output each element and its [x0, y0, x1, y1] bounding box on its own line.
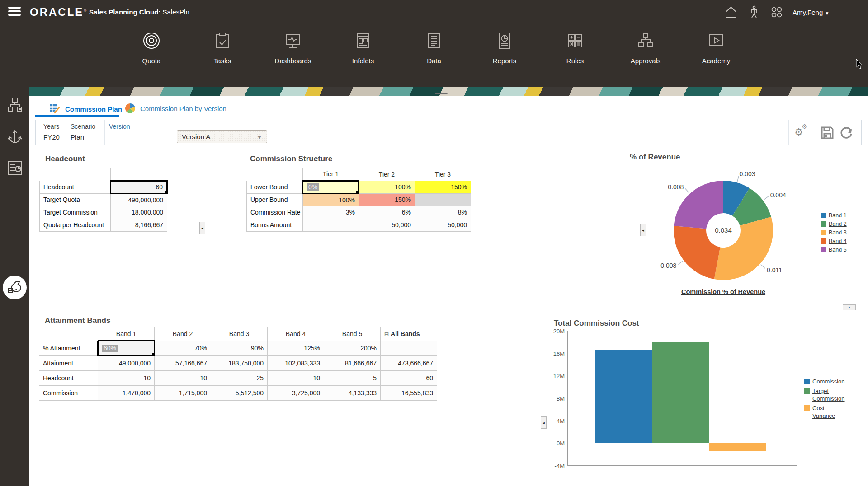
table-row: Upper Bound 100% 150% — [247, 193, 471, 206]
commission-pct-revenue-link[interactable]: Commission % of Revenue — [656, 288, 791, 295]
document-lines-icon — [424, 31, 444, 51]
table-row: Quota per Headcount8,166,667 — [40, 219, 167, 231]
svg-text:0.008: 0.008 — [668, 183, 684, 191]
commission-planning-active-icon[interactable] — [3, 276, 27, 299]
nav-item-dashboards[interactable]: Dashboards — [264, 31, 322, 65]
svg-text:0.011: 0.011 — [767, 266, 782, 274]
pie-chart-icon — [125, 103, 136, 114]
refresh-icon[interactable] — [840, 126, 853, 141]
user-menu[interactable]: Amy.Feng ▼ — [793, 9, 829, 16]
pct-revenue-donut-chart[interactable]: 0.0030.0040.0110.0080.0080.034 — [656, 165, 791, 296]
app-grid-icon[interactable] — [770, 5, 783, 19]
app-title: Sales Planning Cloud: SalesPln — [89, 8, 189, 16]
legend-swatch — [821, 221, 826, 227]
legend-item[interactable]: Target Commission — [804, 387, 845, 402]
pie-legend: Band 1 Band 2 Band 3 Band 4 Band 5 — [821, 212, 847, 255]
nav-item-infolets[interactable]: Infolets — [334, 31, 392, 65]
attainment-bands-title: Attainment Bands — [45, 316, 110, 325]
ytick-label: 4M — [557, 418, 565, 425]
legend-item[interactable]: Band 1 — [821, 212, 847, 219]
approvals-hierarchy-icon — [636, 31, 656, 51]
table-row: Headcount 10 10 25 10 5 60 — [39, 370, 437, 385]
academy-play-icon — [706, 31, 726, 51]
nav-item-data[interactable]: Data — [405, 31, 463, 65]
nav-item-academy[interactable]: Academy — [687, 31, 745, 65]
bar-legend: Commission Target Commission Cost Varian… — [804, 378, 845, 421]
ytick-label: -4M — [555, 463, 565, 469]
infolets-icon — [353, 31, 373, 51]
pov-years: Years FY20 — [36, 120, 66, 145]
selected-cell[interactable]: 0% — [303, 181, 359, 193]
legend-item[interactable]: Band 5 — [821, 247, 847, 253]
tab-commission-plan[interactable]: Commission Plan — [49, 103, 122, 115]
pov-years-value[interactable]: FY20 — [43, 133, 60, 141]
banner-collapse-handle[interactable] — [435, 93, 448, 94]
report-pie-icon — [495, 31, 514, 51]
form-pencil-icon — [49, 103, 61, 115]
bar-1[interactable] — [652, 342, 709, 444]
table-row: Commission 1,470,000 1,715,000 5,512,500… — [39, 385, 437, 400]
pct-revenue-title: % of Revenue — [630, 153, 680, 162]
branch-arrows-icon[interactable] — [6, 127, 24, 145]
commission-structure-title: Commission Structure — [250, 154, 332, 164]
legend-swatch — [821, 247, 826, 252]
nav-item-quota[interactable]: Quota — [122, 31, 181, 65]
org-chart-icon[interactable] — [6, 96, 24, 114]
target-icon — [142, 31, 161, 51]
total-commission-cost-bar-chart[interactable] — [567, 331, 797, 466]
attainment-bands-grid: Band 1 Band 2 Band 3 Band 4 Band 5 ⊟All … — [39, 327, 437, 401]
oracle-logo: ORACLE® — [30, 6, 88, 19]
save-icon[interactable] — [821, 126, 834, 141]
svg-text:0.004: 0.004 — [770, 192, 786, 199]
hamburger-menu-icon[interactable] — [8, 7, 21, 18]
bar-chart-ytick-labels: 20M16M12M8M4M0M-4M — [545, 331, 565, 467]
accessibility-icon[interactable] — [747, 5, 761, 19]
pov-bar: Years FY20 Scenario Plan Version Version… — [35, 120, 862, 145]
nav-item-tasks[interactable]: Tasks — [193, 31, 252, 65]
commission-structure-grid: Tier 1 Tier 2 Tier 3 Lower Bound 0% 100%… — [246, 168, 471, 232]
ytick-label: 0M — [557, 440, 565, 447]
form-report-icon[interactable] — [6, 159, 24, 177]
ytick-label: 20M — [553, 328, 565, 335]
ytick-label: 12M — [553, 373, 565, 379]
total-commission-cost-title: Total Commission Cost — [554, 319, 639, 328]
legend-swatch — [821, 213, 826, 218]
splitter-collapse-left-2[interactable]: ◂ — [640, 224, 646, 236]
legend-swatch — [804, 379, 810, 384]
svg-text:0.008: 0.008 — [660, 262, 676, 269]
legend-item[interactable]: Commission — [804, 378, 845, 385]
splitter-collapse-left-1[interactable]: ◂ — [199, 222, 205, 234]
collapse-icon[interactable]: ⊟ — [384, 331, 389, 337]
version-dropdown[interactable]: Version A ▼ — [177, 130, 267, 143]
legend-swatch — [804, 405, 810, 411]
nav-item-approvals[interactable]: Approvals — [616, 31, 675, 65]
legend-item[interactable]: Band 3 — [821, 229, 847, 236]
bar-0[interactable] — [595, 350, 652, 444]
decorative-banner — [29, 87, 868, 96]
pov-version: Version Version A ▼ — [104, 120, 421, 145]
monitor-pulse-icon — [283, 31, 303, 51]
nav-item-reports[interactable]: Reports — [475, 31, 534, 65]
legend-swatch — [804, 388, 810, 394]
pov-scenario: Scenario Plan — [66, 120, 104, 145]
tab-commission-plan-by-version[interactable]: Commission Plan by Version — [125, 103, 226, 114]
legend-item[interactable]: Band 2 — [821, 221, 847, 228]
selected-cell[interactable]: 60% — [98, 341, 155, 355]
headcount-grid: Headcount60 Target Quota490,000,000 Targ… — [39, 168, 168, 232]
splitter-collapse-up[interactable]: ▴ — [843, 304, 856, 310]
pov-scenario-value[interactable]: Plan — [71, 133, 84, 141]
legend-item[interactable]: Band 4 — [821, 238, 847, 245]
legend-swatch — [821, 230, 826, 235]
bar-2[interactable] — [709, 443, 766, 451]
nav-item-rules[interactable]: Rules — [546, 31, 604, 65]
table-row: Target Quota490,000,000 — [40, 193, 167, 206]
mouse-cursor — [856, 59, 864, 70]
selected-cell[interactable]: 60 — [111, 181, 167, 193]
headcount-title: Headcount — [45, 154, 85, 164]
home-icon[interactable] — [724, 5, 738, 19]
svg-text:0.003: 0.003 — [740, 170, 755, 178]
pov-scenario-label: Scenario — [71, 123, 95, 130]
legend-item[interactable]: Cost Variance — [804, 404, 845, 420]
left-rail — [0, 87, 29, 486]
chevron-down-icon: ▼ — [825, 11, 829, 16]
